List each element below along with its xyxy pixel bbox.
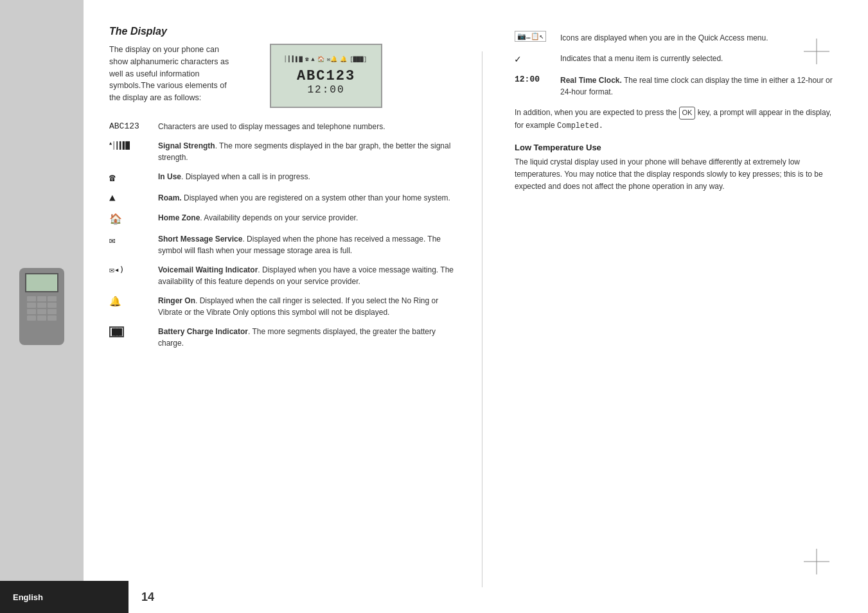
right-feature-desc-quickaccess: Icons are displayed when you are in the …: [560, 32, 768, 44]
phone-key: [27, 303, 36, 308]
feature-row-ringer: 🔔 Ringer On. Displayed when the call rin…: [109, 295, 463, 318]
roam-icon-small: ▲: [311, 57, 314, 63]
completed-prompt: Completed.: [557, 121, 603, 130]
phone-key: [37, 315, 46, 321]
feature-desc-abc123: Characters are used to display messages …: [158, 121, 385, 132]
low-temp-text: The liquid crystal display used in your …: [515, 156, 836, 193]
ok-key-icon: OK: [679, 107, 696, 120]
bottom-bar: English 14: [0, 581, 868, 613]
phone-keys: [27, 296, 57, 321]
home-icon-small: 🏠: [317, 56, 324, 63]
icon-checkmark: ✓: [515, 53, 550, 66]
feature-desc-sms: Short Message Service. Displayed when th…: [158, 233, 463, 256]
in-use-icon-small: ☎: [305, 56, 308, 63]
right-feature-row-quickaccess: 📷…📋↖ Icons are displayed when you are in…: [515, 32, 836, 44]
icon-in-use: ☎: [109, 171, 148, 184]
icon-voicemail: ✉◂): [109, 264, 148, 274]
phone-display-main-text: ABC123: [297, 68, 355, 84]
phone-key: [27, 315, 36, 321]
vertical-divider: [482, 51, 483, 587]
feature-row-abc123: ABC123 Characters are used to display me…: [109, 121, 463, 132]
icon-home: 🏠: [109, 212, 148, 226]
section-title: The Display: [109, 26, 463, 37]
message-icon-small: ✉🔔: [327, 56, 337, 63]
phone-screen: [25, 273, 58, 292]
feature-row-inuse: ☎ In Use. Displayed when a call is in pr…: [109, 171, 463, 184]
icon-roam: ▲: [109, 192, 148, 204]
icon-ringer: 🔔: [109, 295, 148, 308]
icon-envelope: ✉: [109, 233, 148, 247]
phone-key: [27, 296, 36, 301]
additional-text: In addition, when you are expected to pr…: [515, 107, 836, 132]
feature-row-signal: ▲ ▏▎▍▌█ Signal Strength. The more segmen…: [109, 140, 463, 163]
feature-desc-ringer: Ringer On. Displayed when the call ringe…: [158, 295, 463, 318]
phone-key: [37, 303, 46, 308]
phone-key: [48, 296, 57, 301]
feature-list: ABC123 Characters are used to display me…: [109, 121, 463, 349]
phone-display-image: ▏▎▍▌█ ☎ ▲ 🏠 ✉🔔 🔔 [███] ABC123 12:00: [270, 44, 382, 108]
phone-key: [48, 315, 57, 321]
feature-desc-voicemail: Voicemail Waiting Indicator. Displayed w…: [158, 264, 463, 287]
page-number: 14: [141, 591, 154, 604]
signal-bars-icon: ▏▎▍▌█: [285, 56, 303, 63]
phone-display-top-bar: ▏▎▍▌█ ☎ ▲ 🏠 ✉🔔 🔔 [███]: [285, 56, 367, 63]
phone-key: [37, 296, 46, 301]
right-feature-list: 📷…📋↖ Icons are displayed when you are in…: [515, 32, 836, 98]
feature-desc-battery: Battery Charge Indicator. The more segme…: [158, 326, 463, 349]
feature-desc-roam: Roam. Displayed when you are registered …: [158, 192, 450, 204]
intro-text: The display on your phone can show alpha…: [109, 44, 238, 104]
ringer-icon-small: 🔔: [340, 56, 347, 63]
intro-section: The display on your phone can show alpha…: [109, 44, 463, 108]
icon-abc123: ABC123: [109, 121, 148, 131]
right-feature-row-clock: 12:00 Real Time Clock. The real time clo…: [515, 75, 836, 98]
phone-display-sub-text: 12:00: [307, 84, 344, 96]
feature-row-battery: ███ Battery Charge Indicator. The more s…: [109, 326, 463, 349]
feature-row-home: 🏠 Home Zone. Availability depends on you…: [109, 212, 463, 226]
feature-row-sms: ✉ Short Message Service. Displayed when …: [109, 233, 463, 256]
left-sidebar: [0, 0, 84, 613]
phone-icon: [19, 268, 64, 345]
phone-key: [37, 309, 46, 314]
feature-row-roam: ▲ Roam. Displayed when you are registere…: [109, 192, 463, 204]
feature-desc-inuse: In Use. Displayed when a call is in prog…: [158, 171, 310, 182]
battery-icon-small: [███]: [350, 57, 367, 63]
low-temp-title: Low Temperature Use: [515, 143, 836, 152]
phone-key: [27, 309, 36, 314]
language-label: English: [0, 581, 128, 613]
phone-key: [48, 303, 57, 308]
right-feature-desc-checkmark: Indicates that a menu item is currently …: [560, 53, 723, 64]
left-column: The Display The display on your phone ca…: [109, 26, 463, 587]
main-content: The Display The display on your phone ca…: [84, 0, 868, 613]
feature-row-voicemail: ✉◂) Voicemail Waiting Indicator. Display…: [109, 264, 463, 287]
right-column: 📷…📋↖ Icons are displayed when you are in…: [502, 26, 836, 587]
phone-key: [48, 309, 57, 314]
right-feature-row-checkmark: ✓ Indicates that a menu item is currentl…: [515, 53, 836, 66]
icon-signal: ▲ ▏▎▍▌█: [109, 140, 148, 150]
icon-battery: ███: [109, 326, 148, 337]
right-feature-desc-clock: Real Time Clock. The real time clock can…: [560, 75, 836, 98]
feature-desc-signal: Signal Strength. The more segments displ…: [158, 140, 463, 163]
feature-desc-home: Home Zone. Availability depends on your …: [158, 212, 358, 224]
icon-quick-access: 📷…📋↖: [515, 32, 550, 41]
icon-clock: 12:00: [515, 75, 550, 84]
